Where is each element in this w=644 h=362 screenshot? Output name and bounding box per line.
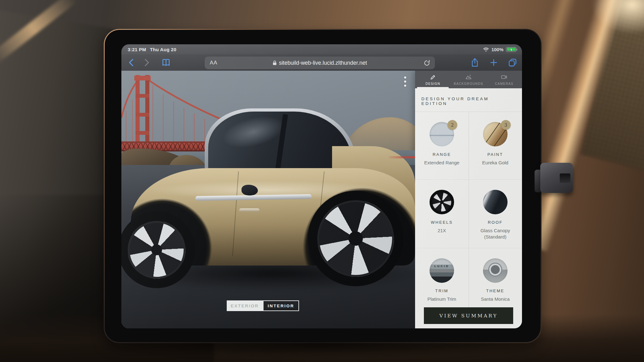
option-category: TRIM [435, 288, 448, 293]
battery-charging-icon [506, 47, 516, 52]
option-category: THEME [486, 288, 504, 293]
browser-toolbar: AA sitebuild-web-live.lucid.zlthunder.ne… [121, 54, 522, 71]
taillight [389, 156, 415, 158]
chevron-right-icon [143, 58, 150, 67]
rear-wheel [308, 191, 403, 286]
car-render [131, 108, 415, 297]
scene: 3:21 PM Thu Aug 20 100% [0, 0, 644, 362]
option-category: WHEELS [431, 220, 453, 225]
reload-button[interactable] [420, 57, 433, 69]
charging-bolt-icon [509, 47, 513, 52]
tab-backgrounds[interactable]: BACKGROUNDS [451, 71, 486, 88]
configurator-panel: DESIGN BACKGROUNDS [415, 71, 522, 328]
option-category: PAINT [487, 152, 503, 157]
option-value: Platinum Trim [427, 296, 456, 302]
option-range[interactable]: 2 RANGE Extended Range [415, 112, 469, 180]
car-viewer: EXTERIOR INTERIOR [121, 71, 415, 328]
pencil-icon [430, 74, 436, 80]
reload-icon [423, 59, 430, 67]
view-summary-button[interactable]: VIEW SUMMARY [424, 307, 513, 324]
option-paint[interactable]: 3 PAINT Eureka Gold [469, 112, 522, 180]
tablet-screen: 3:21 PM Thu Aug 20 100% [121, 44, 522, 328]
option-category: RANGE [433, 152, 451, 157]
mountains-icon [465, 74, 472, 80]
option-wheels[interactable]: WHEELS 21X [415, 180, 469, 248]
wifi-icon [483, 47, 489, 52]
theme-swatch [483, 258, 508, 283]
status-bar: 3:21 PM Thu Aug 20 100% [121, 44, 522, 54]
share-icon [471, 58, 479, 67]
side-mirror [242, 185, 258, 195]
tab-label: CAMERAS [495, 82, 514, 85]
chevron-left-icon [128, 58, 135, 67]
back-button[interactable] [125, 56, 138, 69]
roof-swatch [483, 190, 508, 214]
panel-heading: DESIGN YOUR DREAM EDITION [415, 88, 522, 112]
option-value: Glass Canopy (Standard) [472, 228, 519, 240]
forward-button[interactable] [140, 56, 153, 69]
range-badge: 2 [447, 120, 457, 130]
url-bar[interactable]: AA sitebuild-web-live.lucid.zlthunder.ne… [205, 57, 435, 69]
tablet: 3:21 PM Thu Aug 20 100% [104, 29, 541, 343]
bookmarks-button[interactable] [160, 56, 172, 69]
tab-label: BACKGROUNDS [454, 82, 483, 85]
tab-design[interactable]: DESIGN [415, 71, 451, 88]
panel-tabs: DESIGN BACKGROUNDS [415, 71, 522, 88]
option-value: Santa Monica [481, 296, 510, 302]
paint-badge: 3 [501, 120, 511, 130]
front-wheel [121, 211, 195, 288]
kebab-menu-icon[interactable] [404, 76, 406, 87]
option-value: 21X [438, 228, 446, 234]
wheels-swatch [430, 190, 454, 214]
new-tab-button[interactable] [487, 56, 500, 69]
url-text: sitebuild-web-live.lucid.zlthunder.net [279, 60, 367, 66]
battery-percent: 100% [491, 47, 503, 52]
interior-toggle-button[interactable]: INTERIOR [263, 300, 299, 311]
option-roof[interactable]: ROOF Glass Canopy (Standard) [469, 180, 522, 248]
status-time: 3:21 PM [128, 47, 146, 52]
tab-label: DESIGN [425, 82, 440, 85]
option-value: Extended Range [424, 160, 459, 166]
option-value: Eureka Gold [482, 160, 508, 166]
tablet-bezel: 3:21 PM Thu Aug 20 100% [105, 30, 541, 342]
plus-icon [490, 58, 498, 67]
book-icon [161, 58, 171, 67]
option-trim[interactable]: LUCID TRIM Platinum Trim [415, 248, 469, 310]
share-button[interactable] [469, 56, 481, 69]
tabs-button[interactable] [506, 56, 519, 69]
view-toggle: EXTERIOR INTERIOR [227, 300, 299, 311]
trim-swatch: LUCID [430, 258, 454, 283]
lock-icon [273, 60, 277, 65]
tabs-icon [508, 58, 517, 67]
option-theme[interactable]: THEME Santa Monica [469, 248, 522, 310]
tab-cameras[interactable]: CAMERAS [486, 71, 522, 88]
trim-swatch-text: LUCID [430, 265, 454, 268]
door-handle [239, 208, 259, 212]
status-date: Thu Aug 20 [150, 47, 176, 52]
options-grid: 2 RANGE Extended Range 3 PAINT [415, 112, 522, 310]
exterior-toggle-button[interactable]: EXTERIOR [227, 300, 263, 311]
camera-icon [501, 74, 508, 80]
option-category: ROOF [488, 220, 503, 225]
security-clamp [540, 163, 573, 193]
